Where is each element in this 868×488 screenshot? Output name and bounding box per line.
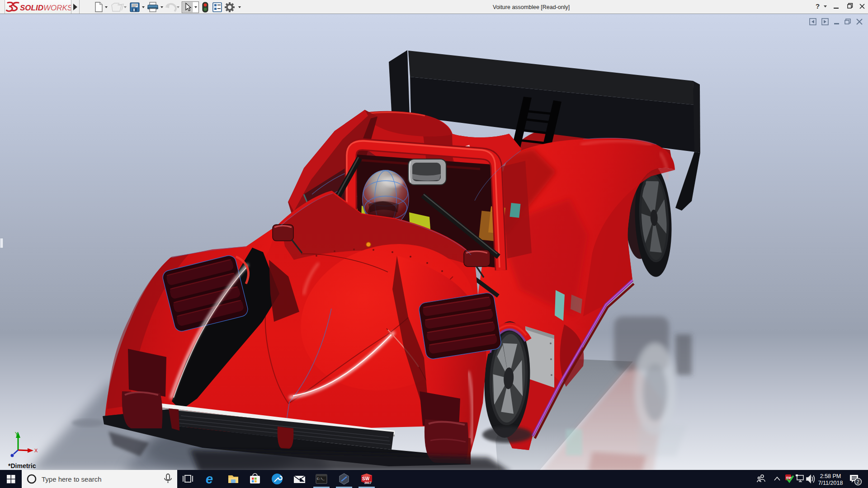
svg-text:2:58 PM: 2:58 PM: [820, 473, 841, 479]
svg-text:X: X: [34, 448, 38, 453]
svg-text:7/11/2018: 7/11/2018: [818, 480, 843, 486]
svg-text:e: e: [206, 472, 213, 486]
svg-text:C:\_: C:\_: [317, 477, 325, 481]
svg-text:2: 2: [857, 479, 859, 484]
svg-text:SOLIDWORKS: SOLIDWORKS: [20, 4, 71, 12]
svg-text:Type here to search: Type here to search: [42, 475, 102, 483]
svg-text:Y: Y: [15, 431, 19, 436]
svg-text:2017: 2017: [364, 481, 372, 484]
svg-text:*Dimetric: *Dimetric: [8, 462, 36, 469]
svg-text:SW: SW: [362, 476, 370, 481]
